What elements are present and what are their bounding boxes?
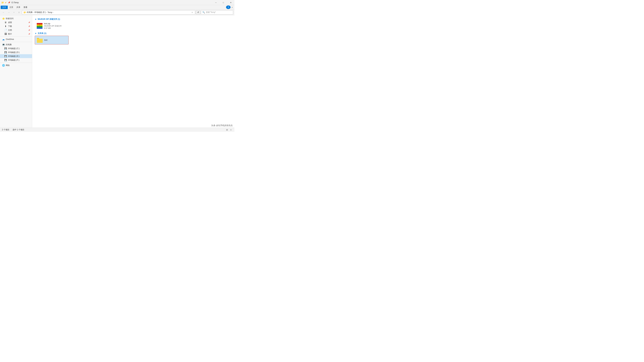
sidebar-item-pictures[interactable]: 🖼 图片 📌 <box>0 32 32 36</box>
recent-locations-button[interactable]: ∨ <box>12 10 16 15</box>
title-bar-icons: 📁 ✔ 📌 <box>1 1 10 4</box>
folder-group-header[interactable]: ▼ 文件夹 (1) <box>35 32 232 35</box>
status-right: ⊞ ≡ <box>226 128 232 131</box>
breadcrumb-folder-icon: 📁 <box>23 11 26 14</box>
winrar-zip-icon <box>36 23 43 29</box>
sidebar-item-onedrive[interactable]: ☁ OneDrive <box>0 37 32 41</box>
folder-file-grid: text <box>35 36 232 44</box>
breadcrumb-drive-e[interactable]: 本地磁盘 (E:) <box>34 11 46 14</box>
sidebar-divider-2 <box>0 42 32 42</box>
folder-item-icon <box>36 37 43 43</box>
desktop-icon: 🖥 <box>4 21 7 24</box>
ribbon: 文件 主页 共享 查看 ? ∧ <box>0 5 234 9</box>
sidebar-item-disk-c[interactable]: 💾 本地磁盘 (C:) <box>0 46 32 50</box>
folder-group-label: 文件夹 (1) <box>38 32 46 35</box>
zip-group-header[interactable]: ▼ WinRAR ZIP 压缩文件 (1) <box>35 18 232 20</box>
up-button[interactable]: ↑ <box>17 10 21 15</box>
folder-group-toggle: ▼ <box>35 32 37 34</box>
sidebar-download-label: 下载 <box>8 25 27 28</box>
sidebar: ⭐ 快速访问 🖥 桌面 📌 ⬇ 下载 📌 📄 文档 📌 🖼 图片 📌 <box>0 15 32 128</box>
zip-group-label: WinRAR ZIP 压缩文件 (1) <box>38 18 60 20</box>
folder-icon-title: 📁 <box>1 1 4 4</box>
sidebar-item-desktop[interactable]: 🖥 桌面 📌 <box>0 20 32 24</box>
file-name-text-folder: text <box>44 39 67 41</box>
address-dropdown-button[interactable]: ∨ <box>190 10 194 14</box>
sidebar-onedrive-label: OneDrive <box>6 38 30 40</box>
sidebar-quick-access[interactable]: ⭐ 快速访问 <box>0 16 32 20</box>
main-area: ⭐ 快速访问 🖥 桌面 📌 ⬇ 下载 📌 📄 文档 📌 🖼 图片 📌 <box>0 15 234 128</box>
sidebar-item-network[interactable]: 🌐 网络 <box>0 63 32 67</box>
onedrive-icon: ☁ <box>2 38 5 41</box>
selected-count: 选中 1 个项目 <box>12 128 24 131</box>
help-button[interactable]: ? <box>226 5 230 9</box>
file-type-text-zip: WinRAR ZIP 压缩文件 <box>44 25 67 27</box>
breadcrumb-temp[interactable]: Temp <box>48 11 52 13</box>
back-button[interactable]: ← <box>1 10 6 15</box>
svg-rect-8 <box>37 39 43 39</box>
minimize-button[interactable]: ─ <box>212 0 220 5</box>
watermark: 头条 @玩手机的张先生 <box>211 124 233 127</box>
documents-icon: 📄 <box>4 29 7 31</box>
file-item-text-zip[interactable]: text.zip WinRAR ZIP 压缩文件 8.97 MB <box>35 21 68 30</box>
sidebar-pictures-label: 图片 <box>8 33 27 35</box>
this-pc-icon: 💻 <box>2 43 5 46</box>
quick-access-icon: ⭐ <box>2 17 5 20</box>
network-icon: 🌐 <box>2 64 5 67</box>
breadcrumb-this-pc[interactable]: 此电脑 <box>27 11 32 14</box>
menu-home[interactable]: 主页 <box>8 6 15 9</box>
refresh-button[interactable]: ↺ <box>196 10 200 14</box>
view-icon-grid[interactable]: ⊞ <box>226 128 228 131</box>
svg-rect-6 <box>40 23 40 29</box>
disk-c-icon: 💾 <box>4 47 7 50</box>
breadcrumb: 📁 此电脑 › 本地磁盘 (E:) › Temp › <box>23 11 190 14</box>
sidebar-item-this-pc[interactable]: 💻 此电脑 <box>0 43 32 46</box>
title-bar: 📁 ✔ 📌 E:\Temp ─ □ ✕ <box>0 0 234 5</box>
sidebar-this-pc-label: 此电脑 <box>6 43 30 46</box>
check-icon-title: ✔ <box>4 1 7 4</box>
search-bar[interactable]: 🔍 搜索"Temp" <box>201 10 233 14</box>
menu-file[interactable]: 文件 <box>1 6 8 9</box>
sidebar-network-label: 网络 <box>6 64 30 67</box>
pictures-icon: 🖼 <box>4 32 7 35</box>
zip-group-toggle: ▼ <box>35 18 37 20</box>
sidebar-documents-label: 文档 <box>8 29 27 31</box>
quick-access-label: 快速访问 <box>6 17 30 20</box>
close-button[interactable]: ✕ <box>227 0 234 5</box>
download-icon: ⬇ <box>4 25 7 28</box>
forward-button[interactable]: → <box>6 10 11 15</box>
menu-share[interactable]: 共享 <box>15 6 22 9</box>
file-item-text-folder[interactable]: text <box>35 36 68 44</box>
pin-icon-title: 📌 <box>8 1 10 4</box>
status-bar: 2 个项目 选中 1 个项目 ⊞ ≡ <box>0 128 234 132</box>
item-count: 2 个项目 <box>2 128 9 131</box>
collapse-ribbon-button[interactable]: ∧ <box>230 5 234 9</box>
sidebar-disk-f-label: 本地磁盘 (F:) <box>8 59 30 61</box>
sidebar-item-download[interactable]: ⬇ 下载 📌 <box>0 24 32 28</box>
maximize-button[interactable]: □ <box>220 0 227 5</box>
sidebar-item-disk-f[interactable]: 💾 本地磁盘 (F:) <box>0 58 32 62</box>
sidebar-item-disk-d[interactable]: 💾 本地磁盘 (D:) <box>0 50 32 54</box>
search-icon: 🔍 <box>202 11 205 13</box>
disk-d-icon: 💾 <box>4 51 7 54</box>
menu-view[interactable]: 查看 <box>22 6 29 9</box>
pictures-pin-icon: 📌 <box>28 33 30 35</box>
sidebar-item-documents[interactable]: 📄 文档 📌 <box>0 28 32 32</box>
view-icon-list[interactable]: ≡ <box>229 128 232 131</box>
file-item-info-text-folder: text <box>44 39 67 41</box>
file-size-text-zip: 8.97 MB <box>44 27 67 29</box>
sidebar-divider-1 <box>0 36 32 37</box>
sidebar-disk-d-label: 本地磁盘 (D:) <box>8 51 30 54</box>
disk-f-icon: 💾 <box>4 58 7 61</box>
sidebar-item-disk-e[interactable]: 💾 本地磁盘 (E:) <box>0 54 32 58</box>
title-path: E:\Temp <box>12 1 19 4</box>
menu-bar: 文件 主页 共享 查看 ? ∧ <box>0 5 234 9</box>
address-bar[interactable]: 📁 此电脑 › 本地磁盘 (E:) › Temp › ∨ <box>22 10 195 14</box>
sidebar-disk-e-label: 本地磁盘 (E:) <box>8 55 30 58</box>
title-controls: ─ □ ✕ <box>212 0 234 5</box>
download-pin-icon: 📌 <box>28 25 30 27</box>
search-placeholder: 搜索"Temp" <box>206 11 216 14</box>
sidebar-desktop-label: 桌面 <box>8 21 27 24</box>
content-area: ▼ WinRAR ZIP 压缩文件 (1) <box>32 15 234 128</box>
file-item-info-text-zip: text.zip WinRAR ZIP 压缩文件 8.97 MB <box>44 22 67 29</box>
toolbar: ← → ∨ ↑ 📁 此电脑 › 本地磁盘 (E:) › Temp › ∨ ↺ 🔍… <box>0 9 234 15</box>
